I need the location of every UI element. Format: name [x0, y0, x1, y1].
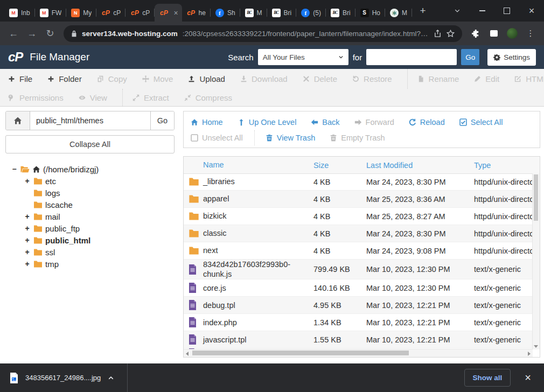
tree-item-ssl[interactable]: +ssl [5, 246, 175, 258]
tree-item-mail[interactable]: +mail [5, 211, 175, 222]
permissions-button: Permissions [8, 93, 64, 102]
tree-item-label: (/home/bridizgj) [43, 165, 99, 174]
browser-tab[interactable]: cPcP [96, 4, 125, 22]
home-button[interactable]: Home [191, 118, 223, 127]
browser-tab[interactable]: cPhe [182, 4, 211, 22]
tree-expander[interactable]: + [24, 236, 31, 244]
table-row-core-js[interactable]: core.js140.16 KBMar 10, 2023, 12:30 PMte… [184, 279, 533, 297]
bookmark-star-icon[interactable] [447, 30, 455, 38]
column-header-name[interactable]: Name [203, 160, 313, 170]
upload-button[interactable]: Upload [188, 74, 225, 83]
search-scope-select[interactable]: All Your Files [258, 49, 348, 65]
browser-forward-button[interactable]: → [24, 25, 40, 41]
table-row-next[interactable]: next4 KBMar 24, 2023, 9:08 PMhttpd/unix-… [184, 242, 533, 260]
close-tab-icon[interactable]: × [173, 9, 178, 17]
tab-search-chevron-icon[interactable] [445, 0, 470, 22]
browser-tab[interactable]: cPcP [125, 4, 155, 22]
table-row-classic[interactable]: classic4 KBMar 24, 2023, 8:30 PMhttpd/un… [184, 225, 533, 242]
reload-button[interactable]: Reload [409, 118, 445, 127]
close-downloads-bar-button[interactable]: × [521, 371, 534, 384]
file-icon [189, 317, 197, 327]
address-bar[interactable]: server134.web-hosting.com :2083/cpsess26… [64, 25, 462, 42]
file-button[interactable]: File [8, 74, 32, 83]
maximize-button[interactable] [494, 0, 519, 22]
browser-tab-active[interactable]: cP× [155, 4, 182, 22]
table-row-debug-tpl[interactable]: debug.tpl4.95 KBMar 10, 2023, 12:21 PMte… [184, 297, 533, 314]
gpt-favicon: ∗ [390, 9, 399, 17]
browser-menu-kebab-icon[interactable]: ⋮ [522, 25, 539, 41]
tree-item-public-ftp[interactable]: +public_ftp [5, 222, 175, 234]
side-panel-icon[interactable] [486, 25, 502, 41]
tree-item-tmp[interactable]: +tmp [5, 258, 175, 270]
up-one-level-button[interactable]: Up One Level [238, 118, 297, 127]
minimize-button[interactable] [470, 0, 494, 22]
back-button[interactable]: Back [311, 118, 339, 127]
browser-tab[interactable]: BCBri [267, 4, 297, 22]
browser-tab[interactable]: BCBri [326, 4, 355, 22]
tree-expander[interactable]: + [24, 248, 31, 256]
extensions-puzzle-icon[interactable] [468, 25, 484, 41]
download-item[interactable]: 348356617_24986....jpg [10, 373, 127, 383]
collapse-all-button[interactable]: Collapse All [5, 135, 175, 153]
file-icon [189, 264, 197, 275]
select-all-button[interactable]: Select All [459, 118, 503, 127]
tree-item-home-bridizgj[interactable]: −(/home/bridizgj) [5, 163, 175, 175]
browser-tab[interactable]: MFW [35, 4, 67, 22]
table-row-bizkick[interactable]: bizkick4 KBMar 25, 2023, 8:27 AMhttpd/un… [184, 208, 533, 225]
search-go-button[interactable]: Go [461, 49, 479, 65]
chevron-up-icon[interactable] [108, 375, 114, 381]
scroll-left-arrow-icon[interactable] [186, 352, 189, 356]
tree-expander[interactable]: − [11, 165, 18, 173]
close-window-button[interactable]: × [519, 0, 544, 22]
share-icon[interactable] [434, 30, 442, 38]
tree-item-public-html[interactable]: +public_html [5, 234, 175, 246]
scroll-right-arrow-icon[interactable] [528, 352, 531, 356]
show-all-downloads-button[interactable]: Show all [464, 369, 511, 387]
scroll-down-arrow-icon[interactable] [534, 345, 538, 348]
table-row-javascript-tpl[interactable]: javascript.tpl1.55 KBMar 10, 2023, 12:21… [184, 331, 533, 348]
folder-button[interactable]: Folder [47, 74, 82, 83]
table-row-apparel[interactable]: apparel4 KBMar 25, 2023, 8:36 AMhttpd/un… [184, 191, 533, 208]
browser-tab[interactable]: ∗M [385, 4, 412, 22]
home-directory-button[interactable] [6, 111, 30, 130]
browser-tab[interactable]: f(5) [296, 4, 326, 22]
file-name: index.php [203, 318, 313, 327]
plus-icon [47, 75, 54, 82]
tree-expander[interactable]: + [24, 224, 31, 233]
browser-tab[interactable]: MInb [4, 4, 35, 22]
browser-reload-button[interactable]: ↻ [42, 25, 58, 41]
tree-expander[interactable]: + [24, 212, 31, 221]
tab-label: FW [52, 9, 62, 17]
settings-button[interactable]: Settings [487, 49, 536, 66]
table-row-libraries[interactable]: _libraries4 KBMar 24, 2023, 8:30 PMhttpd… [184, 173, 533, 191]
path-go-button[interactable]: Go [150, 111, 174, 130]
column-header-last-modified[interactable]: Last Modified [366, 161, 474, 170]
new-tab-button[interactable]: + [415, 3, 430, 18]
folder-icon [33, 201, 43, 208]
browser-tab[interactable]: fSh [211, 4, 240, 22]
table-row-index-php[interactable]: index.php1.34 KBMar 10, 2023, 12:21 PMte… [184, 314, 533, 331]
path-input[interactable] [30, 111, 150, 130]
horizontal-scrollbar[interactable] [184, 349, 533, 357]
tree-expander[interactable]: + [24, 177, 31, 185]
column-header-type[interactable]: Type [474, 161, 540, 170]
tree-expander[interactable]: + [24, 260, 31, 268]
table-row-8342d42b17603f2993b0-chunk-js[interactable]: 8342d42b17603f2993b0-chunk.js799.49 KBMa… [184, 260, 533, 279]
horizontal-scrollbar-thumb[interactable] [192, 351, 409, 355]
browser-tab[interactable]: NMy [66, 4, 96, 22]
search-input[interactable] [366, 49, 457, 65]
browser-tab[interactable]: BCM [240, 4, 267, 22]
file-type: text/x-generic [474, 301, 533, 310]
file-name: apparel [203, 194, 313, 204]
tree-item-etc[interactable]: +etc [5, 175, 175, 187]
tree-item-lscache[interactable]: lscache [5, 199, 175, 211]
profile-avatar[interactable] [504, 25, 520, 41]
browser-tab[interactable]: SHo [355, 4, 385, 22]
browser-back-button[interactable]: ← [5, 25, 22, 41]
column-header-size[interactable]: Size [313, 161, 366, 170]
extract-label: Extract [144, 93, 169, 102]
vertical-scrollbar[interactable] [532, 173, 540, 349]
view-trash-button[interactable]: View Trash [266, 134, 315, 142]
tree-item-logs[interactable]: logs [5, 187, 175, 199]
vertical-scrollbar-thumb[interactable] [534, 174, 538, 221]
